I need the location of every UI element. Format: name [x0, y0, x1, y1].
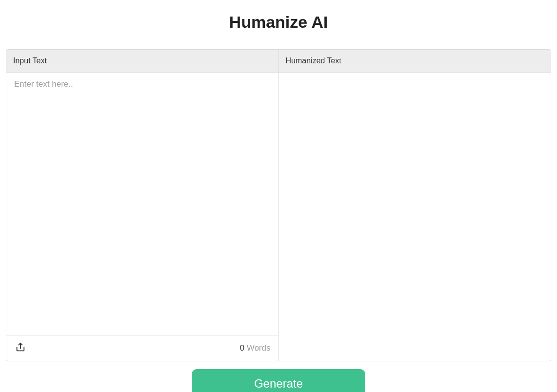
page-title: Humanize AI	[6, 0, 551, 49]
input-panel-header: Input Text	[6, 50, 278, 73]
upload-button[interactable]	[14, 341, 27, 355]
panels-container: Input Text 0 Words Humanized Text	[6, 49, 551, 361]
upload-icon	[15, 342, 26, 354]
input-panel-footer: 0 Words	[6, 336, 278, 361]
output-panel-body	[279, 73, 551, 336]
output-panel-header: Humanized Text	[279, 50, 551, 73]
word-count: 0 Words	[240, 343, 270, 353]
generate-container: Generate	[6, 361, 551, 392]
generate-button[interactable]: Generate	[192, 369, 365, 392]
word-count-number: 0	[240, 343, 244, 353]
output-panel: Humanized Text	[279, 50, 551, 361]
word-count-label: Words	[244, 343, 271, 353]
input-panel-body	[6, 73, 278, 336]
output-area	[279, 73, 551, 336]
input-textarea[interactable]	[6, 73, 278, 336]
input-panel: Input Text 0 Words	[6, 50, 279, 361]
